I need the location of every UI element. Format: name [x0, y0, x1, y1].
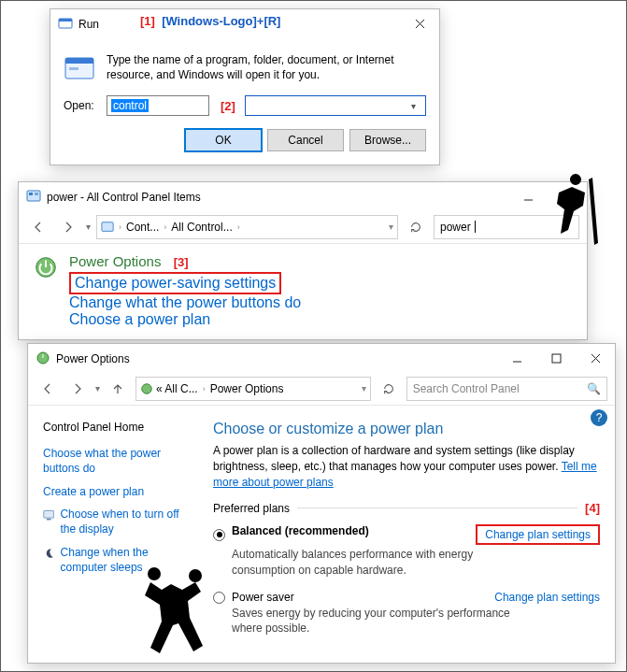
power-options-icon: [36, 350, 50, 365]
annotation-3: [3]: [174, 255, 189, 269]
link-change-power-buttons[interactable]: Change what the power buttons do: [69, 294, 301, 310]
link-change-plan-settings-balanced[interactable]: Change plan settings: [485, 528, 591, 541]
plan-saver-name: Power saver: [232, 591, 494, 604]
sidebar-link-create-plan[interactable]: Create a power plan: [43, 485, 196, 498]
power-options-heading[interactable]: Power Options: [69, 253, 161, 269]
open-label: Open:: [64, 99, 99, 112]
main-panel: Choose or customize a power plan A power…: [206, 406, 615, 663]
cancel-button[interactable]: Cancel: [267, 129, 344, 151]
ok-button[interactable]: OK: [185, 129, 262, 151]
run-description: Type the name of a program, folder, docu…: [107, 52, 426, 84]
power-options-window: Power Options ▾ « All C... › Power Optio…: [27, 343, 616, 664]
link-change-power-saving-settings[interactable]: Change power-saving settings: [75, 275, 276, 291]
search-placeholder: Search Control Panel: [413, 382, 520, 395]
control-panel-icon: [101, 221, 114, 234]
arrow-up-icon: [110, 381, 125, 396]
breadcrumb-back[interactable]: « All C...: [156, 382, 198, 395]
svg-rect-3: [65, 58, 93, 64]
chevron-down-icon[interactable]: ▾: [95, 383, 100, 393]
nav-forward-button[interactable]: [65, 377, 90, 401]
power-options-icon: [32, 253, 60, 281]
refresh-button[interactable]: [404, 215, 428, 239]
cp-search-toolbar: ▾ › Cont... › All Control... › ▾ power: [19, 210, 587, 244]
cp-search-titlebar[interactable]: power - All Control Panel Items: [19, 182, 587, 210]
radio-power-saver[interactable]: [213, 592, 225, 604]
run-app-icon: [58, 16, 73, 31]
plan-balanced-desc: Automatically balances performance with …: [232, 547, 512, 577]
browse-button[interactable]: Browse...: [349, 129, 426, 151]
nav-up-button[interactable]: [106, 377, 130, 401]
power-options-icon: [140, 382, 153, 395]
minimize-icon: [523, 192, 534, 202]
sleep-icon: [43, 546, 55, 561]
maximize-button[interactable]: [536, 344, 576, 372]
power-toolbar: ▾ « All C... › Power Options ▾ Search Co…: [28, 372, 615, 406]
search-input[interactable]: power: [434, 215, 579, 239]
power-titlebar[interactable]: Power Options: [28, 344, 615, 372]
run-large-icon: [64, 52, 95, 84]
address-bar[interactable]: « All C... › Power Options ▾: [135, 377, 371, 401]
svg-rect-1: [59, 19, 72, 21]
chevron-down-icon[interactable]: ▾: [86, 222, 91, 232]
preferred-plans-label: Preferred plans: [213, 502, 290, 515]
sidebar-link-buttons[interactable]: Choose what the power buttons do: [43, 447, 196, 476]
address-bar[interactable]: › Cont... › All Control... › ▾: [96, 215, 398, 239]
help-button[interactable]: ?: [591, 409, 607, 426]
minimize-icon: [512, 353, 522, 364]
breadcrumb-here[interactable]: Power Options: [210, 382, 284, 395]
svg-rect-4: [69, 67, 78, 70]
maximize-button[interactable]: [548, 182, 587, 210]
search-icon: 🔍: [587, 382, 601, 395]
annotation-1: [1] [Windows-Logo]+[R]: [140, 14, 280, 28]
arrow-left-icon: [31, 220, 46, 235]
close-button[interactable]: [576, 344, 615, 372]
cp-search-window: power - All Control Panel Items ▾ › Cont…: [18, 181, 588, 340]
nav-forward-button[interactable]: [56, 215, 80, 239]
minimize-button[interactable]: [497, 344, 536, 372]
arrow-right-icon: [61, 220, 76, 235]
arrow-left-icon: [40, 381, 55, 396]
svg-rect-15: [47, 519, 51, 521]
svg-point-13: [142, 383, 152, 393]
control-panel-icon: [26, 189, 41, 204]
breadcrumb-1[interactable]: Cont...: [126, 221, 159, 234]
display-off-icon: [43, 508, 54, 522]
breadcrumb-2[interactable]: All Control...: [171, 221, 232, 234]
nav-back-button[interactable]: [26, 215, 50, 239]
svg-rect-14: [44, 511, 54, 519]
sidebar-home[interactable]: Control Panel Home: [43, 421, 196, 434]
refresh-icon: [409, 221, 422, 234]
svg-rect-12: [552, 354, 561, 363]
arrow-right-icon: [70, 381, 85, 396]
plan-balanced-name: Balanced (recommended): [232, 524, 476, 537]
refresh-button[interactable]: [377, 377, 401, 401]
svg-rect-6: [29, 193, 33, 195]
close-button[interactable]: [400, 9, 439, 37]
radio-balanced[interactable]: [213, 529, 225, 541]
svg-rect-5: [27, 191, 40, 201]
sidebar-link-sleep[interactable]: Change when the computer sleeps: [61, 546, 196, 575]
nav-back-button[interactable]: [36, 377, 60, 401]
plan-saver-desc: Saves energy by reducing your computer's…: [232, 606, 512, 636]
cp-search-title: power - All Control Panel Items: [47, 190, 508, 204]
link-change-plan-settings-saver[interactable]: Change plan settings: [494, 591, 600, 604]
open-input-highlight: control: [107, 95, 209, 116]
power-title: Power Options: [56, 351, 497, 365]
minimize-button[interactable]: [508, 182, 548, 210]
svg-rect-9: [102, 222, 113, 231]
refresh-icon: [382, 382, 395, 395]
close-icon: [591, 353, 601, 364]
search-value: power: [440, 221, 471, 234]
annotation-4: [4]: [585, 501, 600, 515]
open-combo-tail[interactable]: ▾: [245, 95, 426, 116]
svg-rect-8: [563, 193, 572, 201]
page-heading: Choose or customize a power plan: [213, 421, 600, 437]
sidebar-link-display-off[interactable]: Choose when to turn off the display: [60, 508, 196, 536]
sidebar: Control Panel Home Choose what the power…: [28, 406, 206, 663]
search-input[interactable]: Search Control Panel 🔍: [406, 377, 607, 401]
run-dialog: Run [1] [Windows-Logo]+[R] Type the name…: [50, 8, 440, 165]
page-description: A power plan is a collection of hardware…: [213, 443, 600, 490]
open-input-value[interactable]: control: [111, 99, 149, 112]
link-choose-power-plan[interactable]: Choose a power plan: [69, 311, 210, 327]
chevron-down-icon: ▾: [405, 101, 421, 111]
